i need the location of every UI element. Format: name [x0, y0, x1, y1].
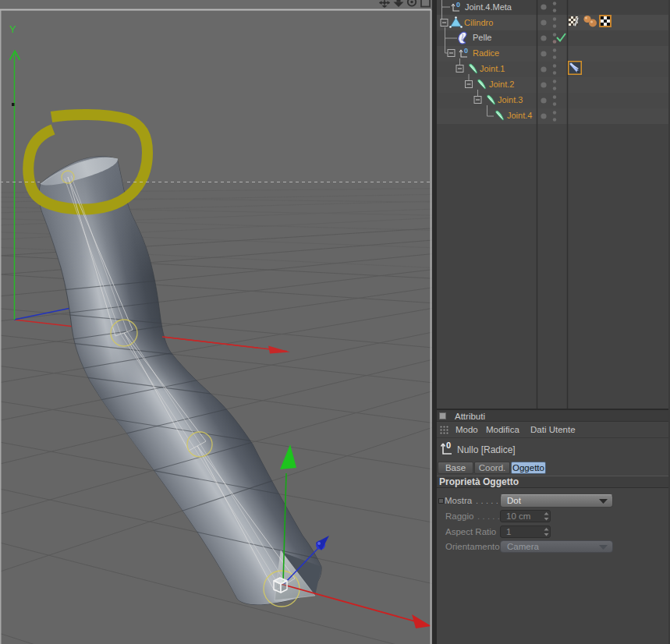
svg-text:Y: Y [9, 23, 16, 35]
svg-text:0: 0 [446, 441, 451, 450]
svg-text:0: 0 [464, 47, 468, 55]
svg-text:0: 0 [456, 1, 460, 9]
